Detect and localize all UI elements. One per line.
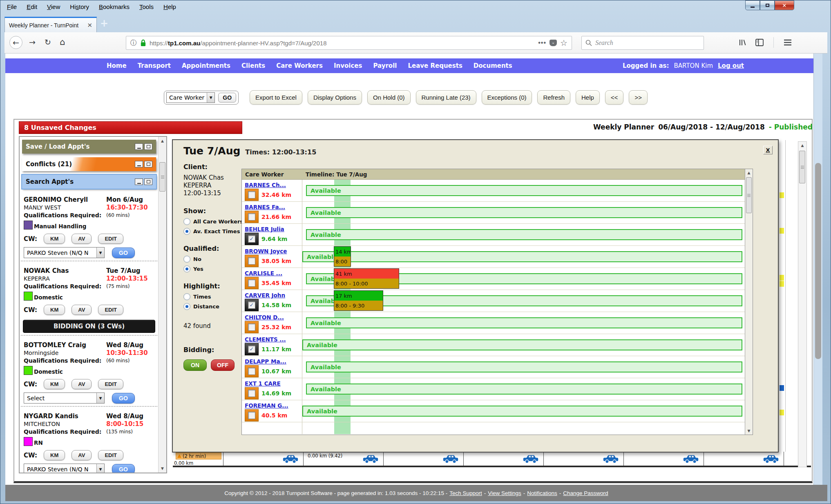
radio-all-care-workers[interactable] <box>183 218 190 225</box>
scroll-down-icon[interactable]: ▼ <box>159 466 166 471</box>
km-button[interactable]: KM <box>44 450 65 460</box>
minimize-icon[interactable] <box>135 143 143 150</box>
car-icon[interactable] <box>523 454 539 466</box>
car-icon[interactable] <box>683 454 699 466</box>
available-bar[interactable]: Available <box>306 229 742 240</box>
menu-bookmarks[interactable]: Bookmarks <box>99 3 130 10</box>
care-worker-link[interactable]: CLEMENTS ... <box>245 336 286 343</box>
car-icon[interactable] <box>442 454 459 466</box>
radio-qualified-no[interactable] <box>183 256 190 263</box>
booked-block[interactable]: 14 km 8:00 <box>334 246 351 267</box>
radio-qualified-yes[interactable] <box>183 265 190 272</box>
edit-button[interactable]: EDIT <box>98 305 123 315</box>
nav-item-leave-requests[interactable]: Leave Requests <box>408 62 462 69</box>
window-close-button[interactable]: ✕ <box>775 0 794 10</box>
available-bar[interactable]: Available <box>302 339 742 350</box>
edit-button[interactable]: EDIT <box>98 379 123 389</box>
maximize-icon[interactable] <box>144 161 152 167</box>
car-icon[interactable] <box>763 454 779 466</box>
menu-file[interactable]: File <box>7 3 17 10</box>
bookmark-star-icon[interactable]: ☆ <box>560 38 567 48</box>
close-icon[interactable]: X <box>763 146 773 154</box>
chevron-down-icon[interactable]: ▼ <box>207 93 214 103</box>
km-button[interactable]: KM <box>44 379 65 389</box>
nav-item-clients[interactable]: Clients <box>241 62 265 69</box>
page-info-icon[interactable]: ⓘ <box>130 39 137 47</box>
care-worker-link[interactable]: DELAPP Ma... <box>245 358 286 365</box>
car-icon[interactable] <box>603 454 619 466</box>
footer-link-notifications[interactable]: Notifications <box>527 490 557 496</box>
nav-item-invoices[interactable]: Invoices <box>334 62 362 69</box>
toolbar-button--[interactable]: >> <box>629 90 648 105</box>
nav-item-appointments[interactable]: Appointments <box>182 62 230 69</box>
checkbox[interactable] <box>248 368 255 375</box>
search-input[interactable]: Search <box>581 36 704 50</box>
minimize-icon[interactable] <box>135 161 143 167</box>
checkbox[interactable] <box>248 213 255 221</box>
nav-item-home[interactable]: Home <box>107 62 127 69</box>
select-checkbox-tile[interactable] <box>245 409 259 421</box>
checkbox[interactable]: ✓ <box>248 235 255 243</box>
av-button[interactable]: AV <box>71 305 92 315</box>
select-checkbox-tile[interactable] <box>245 321 259 333</box>
available-bar[interactable]: Available <box>302 251 742 262</box>
care-worker-select[interactable]: Select▼ <box>24 392 105 404</box>
av-button[interactable]: AV <box>71 234 92 244</box>
planner-scrollbar[interactable]: ▲ <box>798 141 807 467</box>
care-worker-link[interactable]: CARLISLE ... <box>245 270 282 277</box>
select-checkbox-tile[interactable] <box>245 189 259 201</box>
scroll-down-icon[interactable]: ▼ <box>745 429 753 433</box>
booked-block[interactable]: 17 km 8:00 - 9:30 <box>334 290 383 311</box>
select-checkbox-tile[interactable] <box>245 255 259 267</box>
toolbar-button-on-hold-0-[interactable]: On Hold (0) <box>367 90 411 105</box>
menu-tools[interactable]: Tools <box>139 3 154 10</box>
toolbar-button-running-late-23-[interactable]: Running Late (23) <box>416 90 476 105</box>
page-scrollbar-thumb[interactable] <box>815 163 821 359</box>
page-scrollbar[interactable] <box>813 54 822 485</box>
care-worker-link[interactable]: BARNES Ch... <box>245 182 286 188</box>
toolbar-button-help[interactable]: Help <box>576 90 600 105</box>
select-go-button[interactable]: GO <box>112 248 135 258</box>
maximize-icon[interactable] <box>144 143 152 150</box>
menu-edit[interactable]: Edit <box>27 3 37 10</box>
table-scrollbar[interactable]: ▲ ▼ <box>745 169 753 435</box>
window-minimize-button[interactable] <box>745 0 760 10</box>
menu-view[interactable]: View <box>47 3 60 10</box>
sidebar-section-search[interactable]: Search Appt's <box>22 175 156 189</box>
av-button[interactable]: AV <box>71 379 92 389</box>
checkbox[interactable] <box>248 191 255 198</box>
care-worker-link[interactable]: BARNES Fa... <box>245 204 285 210</box>
bidding-off-button[interactable]: OFF <box>211 359 235 371</box>
select-checkbox-tile[interactable] <box>245 277 259 289</box>
reload-icon[interactable]: ↻ <box>41 36 54 49</box>
browser-tab[interactable]: Weekly Planner - TurnPoint ✕ <box>4 17 97 32</box>
radio-highlight-distance[interactable] <box>183 303 190 310</box>
back-icon[interactable]: ← <box>9 36 22 49</box>
maximize-icon[interactable] <box>144 178 152 185</box>
radio-highlight-times[interactable] <box>183 293 190 300</box>
available-bar[interactable]: Available <box>306 207 742 218</box>
minimize-icon[interactable] <box>135 178 143 185</box>
tab-close-icon[interactable]: ✕ <box>87 22 92 29</box>
select-go-button[interactable]: GO <box>112 464 135 473</box>
chevron-down-icon[interactable]: ▼ <box>96 393 104 403</box>
toolbar-button-export-to-excel[interactable]: Export to Excel <box>250 90 302 105</box>
edit-button[interactable]: EDIT <box>98 234 123 244</box>
available-bar[interactable]: Available <box>306 361 742 372</box>
available-bar[interactable]: Available <box>306 384 742 395</box>
care-worker-select[interactable]: PARKO Steven (N/Q N▼ <box>24 464 105 473</box>
booked-block[interactable]: 41 km 8:00 - 10:00 <box>334 268 399 289</box>
checkbox[interactable] <box>248 257 255 265</box>
nav-item-care-workers[interactable]: Care Workers <box>276 62 323 69</box>
care-worker-link[interactable]: EXT 1 CARE <box>245 380 281 387</box>
select-checkbox-tile[interactable] <box>245 387 259 399</box>
available-bar[interactable]: Available <box>302 406 742 417</box>
footer-link-tech-support[interactable]: Tech Support <box>449 490 482 496</box>
logout-link[interactable]: Log out <box>718 62 744 69</box>
select-checkbox-tile[interactable]: ✓ <box>245 343 259 355</box>
library-icon[interactable] <box>738 38 746 47</box>
care-worker-link[interactable]: BEHLER Julia <box>245 226 284 232</box>
nav-item-transport[interactable]: Transport <box>138 62 171 69</box>
select-checkbox-tile[interactable] <box>245 365 259 377</box>
new-tab-button[interactable]: + <box>100 18 108 29</box>
